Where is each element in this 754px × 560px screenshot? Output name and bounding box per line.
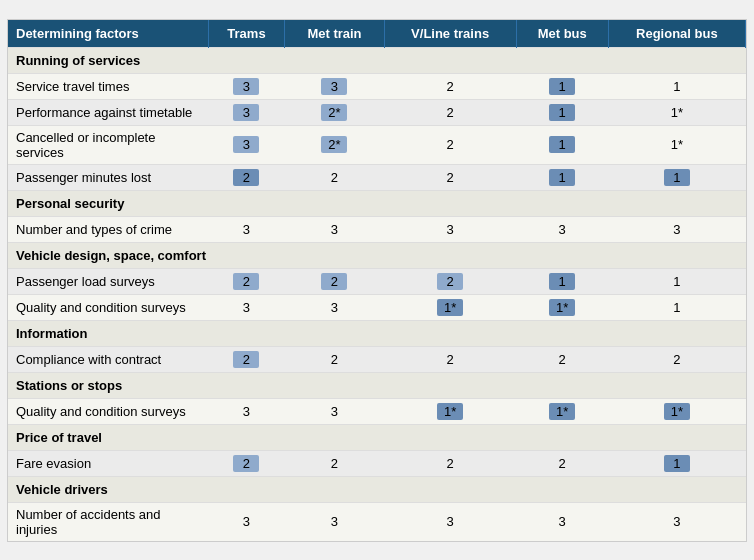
cell-value: 1* (664, 403, 690, 420)
cell-value: 2 (437, 273, 463, 290)
data-cell: 2 (608, 346, 745, 372)
data-cell: 2 (384, 99, 516, 125)
cell-value: 3 (233, 299, 259, 316)
data-cell: 3 (285, 73, 384, 99)
row-label: Cancelled or incomplete services (8, 125, 208, 164)
cell-value: 3 (321, 513, 347, 530)
data-cell: 2* (285, 125, 384, 164)
cell-value: 2 (321, 455, 347, 472)
data-cell: 2 (208, 268, 285, 294)
data-cell: 2 (285, 164, 384, 190)
data-cell: 2 (208, 346, 285, 372)
table-row: Number of accidents and injuries33333 (8, 502, 746, 541)
table-row: Passenger minutes lost22211 (8, 164, 746, 190)
data-cell: 3 (208, 502, 285, 541)
data-cell: 3 (516, 502, 608, 541)
section-title: Personal security (8, 190, 746, 216)
data-cell: 1* (516, 398, 608, 424)
cell-value: 3 (321, 299, 347, 316)
cell-value: 1 (549, 78, 575, 95)
cell-value: 3 (233, 513, 259, 530)
cell-value: 3 (437, 513, 463, 530)
data-cell: 1* (608, 125, 745, 164)
cell-value: 1 (664, 169, 690, 186)
cell-value: 2* (321, 136, 347, 153)
data-cell: 1* (608, 398, 745, 424)
cell-value: 1* (664, 104, 690, 121)
section-header-row: Running of services (8, 47, 746, 73)
data-cell: 1* (608, 99, 745, 125)
data-cell: 1 (608, 294, 745, 320)
data-cell: 2 (384, 125, 516, 164)
data-cell: 3 (384, 502, 516, 541)
row-label: Quality and condition surveys (8, 398, 208, 424)
row-label: Number and types of crime (8, 216, 208, 242)
table-row: Compliance with contract22222 (8, 346, 746, 372)
cell-value: 2 (549, 351, 575, 368)
data-cell: 2* (285, 99, 384, 125)
cell-value: 3 (321, 403, 347, 420)
data-cell: 1 (608, 73, 745, 99)
cell-value: 1 (549, 104, 575, 121)
row-label: Passenger minutes lost (8, 164, 208, 190)
data-cell: 3 (384, 216, 516, 242)
data-cell: 2 (384, 450, 516, 476)
data-cell: 3 (208, 73, 285, 99)
cell-value: 3 (233, 221, 259, 238)
cell-value: 3 (233, 136, 259, 153)
cell-value: 3 (233, 104, 259, 121)
data-cell: 3 (608, 502, 745, 541)
main-table-wrapper: Determining factors Trams Met train V/Li… (7, 19, 747, 542)
section-header-row: Personal security (8, 190, 746, 216)
section-header-row: Price of travel (8, 424, 746, 450)
row-label: Number of accidents and injuries (8, 502, 208, 541)
section-title: Vehicle drivers (8, 476, 746, 502)
cell-value: 3 (233, 78, 259, 95)
cell-value: 2 (437, 78, 463, 95)
section-title: Price of travel (8, 424, 746, 450)
cell-value: 2 (437, 455, 463, 472)
data-cell: 3 (608, 216, 745, 242)
table-row: Service travel times33211 (8, 73, 746, 99)
cell-value: 3 (321, 78, 347, 95)
cell-value: 2 (437, 351, 463, 368)
cell-value: 1* (549, 403, 575, 420)
section-title: Vehicle design, space, comfort (8, 242, 746, 268)
table-row: Quality and condition surveys331*1*1* (8, 398, 746, 424)
row-label: Fare evasion (8, 450, 208, 476)
section-header-row: Stations or stops (8, 372, 746, 398)
section-title: Stations or stops (8, 372, 746, 398)
cell-value: 1* (664, 136, 690, 153)
cell-value: 2 (437, 169, 463, 186)
cell-value: 2 (437, 136, 463, 153)
row-label: Performance against timetable (8, 99, 208, 125)
row-label: Service travel times (8, 73, 208, 99)
table-row: Performance against timetable32*211* (8, 99, 746, 125)
col-header-regional-bus: Regional bus (608, 20, 745, 48)
table-row: Cancelled or incomplete services32*211* (8, 125, 746, 164)
data-cell: 3 (516, 216, 608, 242)
cell-value: 3 (549, 221, 575, 238)
data-cell: 1 (516, 268, 608, 294)
section-header-row: Vehicle design, space, comfort (8, 242, 746, 268)
table-row: Number and types of crime33333 (8, 216, 746, 242)
data-cell: 2 (208, 164, 285, 190)
cell-value: 1 (549, 136, 575, 153)
data-cell: 2 (384, 346, 516, 372)
cell-value: 3 (321, 221, 347, 238)
cell-value: 2 (321, 169, 347, 186)
cell-value: 2 (233, 351, 259, 368)
cell-value: 1* (437, 299, 463, 316)
cell-value: 3 (437, 221, 463, 238)
section-header-row: Information (8, 320, 746, 346)
cell-value: 2* (321, 104, 347, 121)
row-label: Compliance with contract (8, 346, 208, 372)
col-header-trams: Trams (208, 20, 285, 48)
data-cell: 2 (384, 164, 516, 190)
data-cell: 2 (384, 73, 516, 99)
data-cell: 1 (516, 125, 608, 164)
cell-value: 1 (549, 169, 575, 186)
row-label: Passenger load surveys (8, 268, 208, 294)
cell-value: 3 (664, 513, 690, 530)
col-header-met-bus: Met bus (516, 20, 608, 48)
